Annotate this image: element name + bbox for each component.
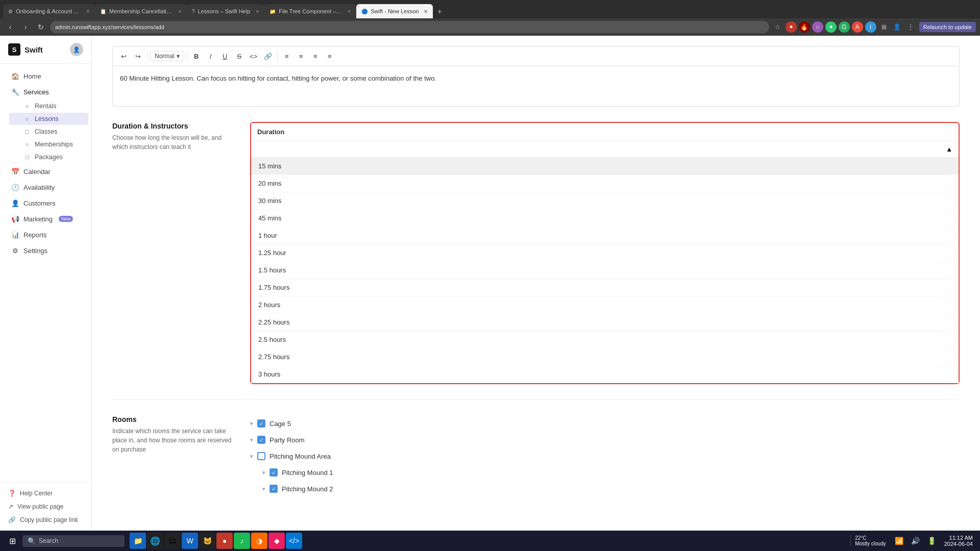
align-justify-button[interactable]: ≡ [323,49,336,63]
pitching-mound-area-chevron-icon[interactable]: ▾ [250,453,253,460]
pitching-mound-area-checkbox[interactable] [257,452,265,460]
new-tab-button[interactable]: + [433,5,446,18]
sidebar-item-calendar[interactable]: 📅 Calendar [3,164,88,179]
duration-option-20mins[interactable]: 20 mins [251,175,959,192]
duration-option-2-5hours[interactable]: 2.5 hours [251,331,959,348]
undo-button[interactable]: ↩ [117,49,130,63]
duration-select-trigger[interactable]: ▲ [251,141,959,158]
pitching-mound-1-chevron-icon[interactable]: ▾ [262,469,265,476]
duration-option-2hours[interactable]: 2 hours [251,296,959,314]
duration-option-15mins[interactable]: 15 mins [251,158,959,175]
taskbar-sound-icon[interactable]: 🔊 [909,534,923,548]
ext-icon-6[interactable]: A [852,21,863,33]
back-button[interactable]: ‹ [4,21,16,33]
browser-tab-3[interactable]: ? Lessons – Swift Help ✕ [187,4,264,18]
bold-button[interactable]: B [190,49,203,63]
duration-option-1hour[interactable]: 1 hour [251,227,959,244]
align-right-button[interactable]: ≡ [309,49,322,63]
ext-icon-1[interactable]: ✦ [786,21,797,33]
refresh-button[interactable]: ↻ [35,21,47,33]
code-button[interactable]: <> [247,49,260,63]
sidebar-item-home[interactable]: 🏠 Home [3,68,88,84]
sidebar-item-customers[interactable]: 👤 Customers [3,195,88,211]
extensions-icon[interactable]: ⊞ [878,21,890,33]
pitching-mound-2-chevron-icon[interactable]: ▾ [262,486,265,492]
pitching-mound-1-checkbox[interactable]: ✓ [270,468,278,477]
taskbar-word-icon[interactable]: W [182,533,198,549]
taskbar-app2-icon[interactable]: ◑ [251,533,267,549]
align-center-button[interactable]: ≡ [295,49,308,63]
tab-close-5[interactable]: ✕ [424,9,428,14]
pitching-mound-2-checkbox[interactable]: ✓ [270,485,278,493]
browser-tab-4[interactable]: 📁 File Tree Component – Nextra ✕ [264,4,356,18]
sidebar-item-copy-link[interactable]: 🔗 Copy public page link [0,513,91,527]
sidebar-item-view-public[interactable]: ↗ View public page [0,500,91,513]
sidebar-item-availability[interactable]: 🕐 Availability [3,180,88,195]
duration-option-1-75hours[interactable]: 1.75 hours [251,279,959,296]
sidebar-item-classes[interactable]: □ Classes [9,126,88,138]
address-bar[interactable]: admin.runswiftapp.xyz/services/lessons/a… [50,21,769,33]
browser-tab-5-active[interactable]: 🔵 Swift - New Lesson ✕ [356,4,433,18]
duration-option-3hours[interactable]: 3 hours [251,366,959,383]
taskbar-network-icon[interactable]: 📶 [892,534,906,548]
duration-option-2-25hours[interactable]: 2.25 hours [251,314,959,331]
taskbar-clock[interactable]: 11:12 AM 2024-06-04 [941,535,976,547]
sidebar-item-settings[interactable]: ⚙ Settings [3,243,88,258]
style-dropdown[interactable]: Normal ▾ [150,51,184,61]
redo-button[interactable]: ↪ [131,49,144,63]
taskbar-vscode-icon[interactable]: </> [286,533,302,549]
taskbar-battery-icon[interactable]: 🔋 [925,534,939,548]
underline-button[interactable]: U [218,49,232,63]
tab-close-2[interactable]: ✕ [178,9,182,14]
start-button[interactable]: ⊞ [4,533,20,549]
taskbar-chrome-icon[interactable]: 🌐 [147,533,163,549]
tab-close-1[interactable]: ✕ [86,9,90,14]
bookmark-icon[interactable]: ☆ [772,21,783,33]
tab-close-4[interactable]: ✕ [347,9,351,14]
profile-icon[interactable]: 👤 [892,21,903,33]
taskbar-spotify-icon[interactable]: ♪ [234,533,250,549]
relaunch-button[interactable]: Relaunch to update [919,22,976,32]
ext-icon-3[interactable]: ○ [812,21,823,33]
duration-option-1-5hours[interactable]: 1.5 hours [251,262,959,279]
editor-body[interactable]: 60 Minute Hitting Lesson. Can focus on h… [112,66,960,107]
sidebar-item-marketing[interactable]: 📢 Marketing New [3,211,88,227]
browser-tab-1[interactable]: ⚙ Onboarding & Account Setup ✕ [3,4,95,18]
sidebar-item-packages[interactable]: □ Packages [9,151,88,163]
cage5-chevron-icon[interactable]: ▾ [250,420,253,427]
duration-option-45mins[interactable]: 45 mins [251,210,959,227]
sidebar-item-help[interactable]: ❓ Help Center [0,487,91,500]
duration-option-1-25hour[interactable]: 1.25 hour [251,244,959,262]
sidebar-item-rentals[interactable]: ○ Rentals [9,100,88,112]
party-room-checkbox[interactable]: ✓ [257,436,265,444]
ext-icon-7[interactable]: i [865,21,876,33]
strikethrough-button[interactable]: S [233,49,246,63]
taskbar-app3-icon[interactable]: ◆ [268,533,285,549]
duration-option-2-75hours[interactable]: 2.75 hours [251,348,959,366]
duration-dropdown-label: Duration [251,123,959,141]
browser-tab-2[interactable]: 📋 Membership Cancellation Instr... ✕ [95,4,187,18]
marketing-badge: New [59,216,73,222]
taskbar-git-icon[interactable]: 🐱 [199,533,215,549]
taskbar-explorer-icon[interactable]: 📁 [130,533,146,549]
sidebar-item-memberships[interactable]: ○ Memberships [9,138,88,151]
party-room-chevron-icon[interactable]: ▾ [250,437,253,443]
ext-icon-2[interactable]: 🔥 [799,21,810,33]
user-avatar[interactable]: 👤 [70,43,83,56]
link-button[interactable]: 🔗 [261,49,275,63]
sidebar-item-services[interactable]: 🔧 Services [3,84,88,99]
align-left-button[interactable]: ≡ [280,49,293,63]
italic-button[interactable]: I [204,49,217,63]
forward-button[interactable]: › [19,21,32,33]
tab-close-3[interactable]: ✕ [255,9,259,14]
taskbar-files-icon[interactable]: 🗂 [164,533,181,549]
ext-icon-4[interactable]: ✦ [825,21,837,33]
menu-icon[interactable]: ⋮ [905,21,916,33]
taskbar-search[interactable]: 🔍 Search [22,535,125,547]
taskbar-app1-icon[interactable]: ● [216,533,233,549]
sidebar-item-lessons[interactable]: ○ Lessons [9,113,88,125]
ext-icon-5[interactable]: G [839,21,850,33]
sidebar-item-reports[interactable]: 📊 Reports [3,227,88,242]
duration-option-30mins[interactable]: 30 mins [251,192,959,210]
cage5-checkbox[interactable]: ✓ [257,419,265,428]
